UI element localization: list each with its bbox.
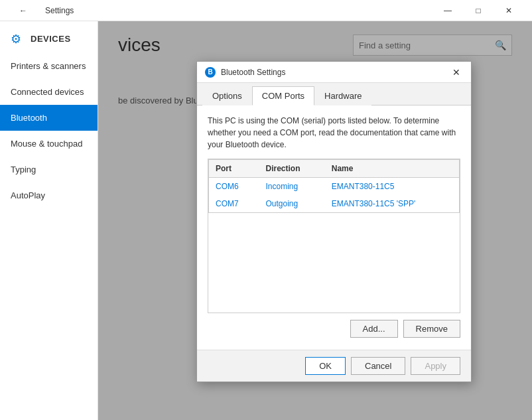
cell-port: COM7 bbox=[209, 195, 259, 213]
col-name: Name bbox=[325, 160, 460, 178]
sidebar-item-bluetooth[interactable]: Bluetooth bbox=[0, 105, 98, 131]
col-port: Port bbox=[209, 160, 259, 178]
dialog-title-bar: B Bluetooth Settings ✕ bbox=[197, 62, 471, 83]
tab-com-ports[interactable]: COM Ports bbox=[252, 86, 314, 105]
back-button[interactable]: ← bbox=[8, 0, 38, 21]
cell-port: COM6 bbox=[209, 178, 259, 196]
bluetooth-icon: B bbox=[205, 67, 216, 78]
table-buttons: Add... Remove bbox=[208, 320, 460, 338]
table-row[interactable]: COM6IncomingEMANT380-11C5 bbox=[209, 178, 460, 196]
tab-options[interactable]: Options bbox=[202, 86, 252, 105]
title-bar-left: ← Settings bbox=[8, 0, 74, 21]
table-header-row: Port Direction Name bbox=[209, 160, 460, 178]
cancel-button[interactable]: Cancel bbox=[351, 357, 405, 375]
ok-button[interactable]: OK bbox=[305, 357, 346, 375]
cell-direction: Outgoing bbox=[259, 195, 325, 213]
sidebar-header: ⚙ DEVICES bbox=[0, 21, 98, 53]
gear-icon: ⚙ bbox=[11, 32, 24, 45]
com-table-container: Port Direction Name COM6IncomingEMANT380… bbox=[208, 159, 460, 313]
dialog-title-left: B Bluetooth Settings bbox=[205, 67, 285, 78]
dialog-description: This PC is using the COM (serial) ports … bbox=[208, 115, 460, 151]
minimize-button[interactable]: — bbox=[432, 0, 463, 21]
apply-button[interactable]: Apply bbox=[411, 357, 460, 375]
title-bar-title: Settings bbox=[45, 6, 74, 15]
col-direction: Direction bbox=[259, 160, 325, 178]
remove-button[interactable]: Remove bbox=[403, 320, 460, 338]
bluetooth-settings-dialog: B Bluetooth Settings ✕ Options COM Ports… bbox=[196, 61, 472, 382]
sidebar: ⚙ DEVICES Printers & scanners Connected … bbox=[0, 21, 98, 420]
main-content: vices 🔍 be discovered by Bluetooth B Blu… bbox=[98, 21, 532, 420]
dialog-body: This PC is using the COM (serial) ports … bbox=[197, 105, 471, 350]
sidebar-item-connected[interactable]: Connected devices bbox=[0, 79, 98, 105]
dialog-footer: OK Cancel Apply bbox=[197, 350, 471, 382]
close-button[interactable]: ✕ bbox=[494, 0, 524, 21]
dialog-close-button[interactable]: ✕ bbox=[447, 63, 466, 82]
cell-name: EMANT380-11C5 bbox=[325, 178, 460, 196]
dialog-tabs: Options COM Ports Hardware bbox=[197, 83, 471, 105]
sidebar-app-title: DEVICES bbox=[31, 34, 71, 44]
dialog-title-text: Bluetooth Settings bbox=[221, 68, 285, 77]
table-empty-area bbox=[208, 220, 460, 313]
sidebar-item-autoplay[interactable]: AutoPlay bbox=[0, 182, 98, 208]
add-button[interactable]: Add... bbox=[350, 320, 398, 338]
table-row[interactable]: COM7OutgoingEMANT380-11C5 'SPP' bbox=[209, 195, 460, 213]
com-ports-table: Port Direction Name COM6IncomingEMANT380… bbox=[208, 159, 460, 213]
title-bar-controls: — □ ✕ bbox=[432, 0, 524, 21]
maximize-button[interactable]: □ bbox=[463, 0, 494, 21]
tab-hardware[interactable]: Hardware bbox=[314, 86, 371, 105]
title-bar: ← Settings — □ ✕ bbox=[0, 0, 532, 21]
sidebar-item-printers[interactable]: Printers & scanners bbox=[0, 53, 98, 79]
sidebar-item-mouse[interactable]: Mouse & touchpad bbox=[0, 131, 98, 157]
sidebar-item-typing[interactable]: Typing bbox=[0, 157, 98, 182]
app-container: ⚙ DEVICES Printers & scanners Connected … bbox=[0, 21, 532, 420]
cell-name: EMANT380-11C5 'SPP' bbox=[325, 195, 460, 213]
cell-direction: Incoming bbox=[259, 178, 325, 196]
